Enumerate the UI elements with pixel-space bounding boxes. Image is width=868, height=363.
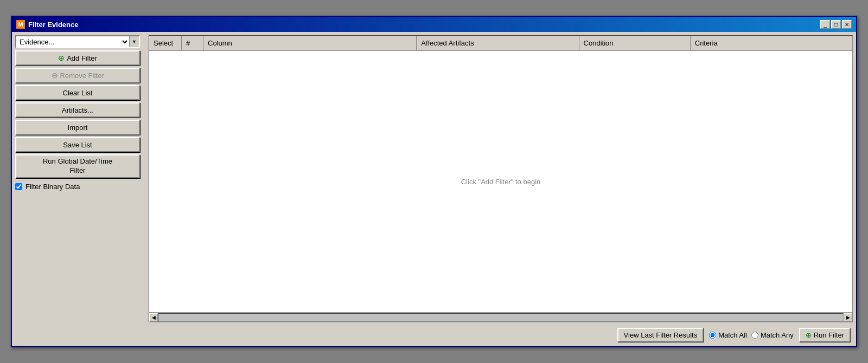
run-filter-icon: ⊕ — [806, 331, 812, 339]
minimize-button[interactable]: _ — [820, 20, 830, 29]
save-list-label: Save List — [63, 141, 92, 149]
window-body: Evidence... ▼ ⊕ Add Filter ⊖ Remove Filt… — [12, 32, 856, 346]
main-content: Evidence... ▼ ⊕ Add Filter ⊖ Remove Filt… — [15, 35, 853, 322]
maximize-button[interactable]: □ — [831, 20, 841, 29]
title-bar-left: M Filter Evidence — [16, 20, 78, 29]
title-bar: M Filter Evidence _ □ ✕ — [12, 17, 856, 32]
remove-filter-label: Remove Filter — [60, 72, 104, 80]
title-controls: _ □ ✕ — [820, 20, 852, 29]
match-any-radio[interactable] — [751, 332, 758, 339]
evidence-dropdown[interactable]: Evidence... — [16, 36, 129, 47]
run-filter-button[interactable]: ⊕ Run Filter — [799, 328, 851, 342]
table-empty-message: Click "Add Filter" to begin — [149, 51, 852, 312]
col-artifacts: Affected Artifacts — [417, 36, 579, 50]
view-last-filter-button[interactable]: View Last Filter Results — [617, 328, 704, 342]
col-condition: Condition — [579, 36, 691, 50]
match-any-label[interactable]: Match Any — [751, 331, 794, 339]
filter-binary-row: Filter Binary Data — [15, 183, 145, 191]
match-all-radio[interactable] — [709, 332, 716, 339]
evidence-dropdown-wrapper[interactable]: Evidence... ▼ — [15, 35, 140, 48]
filter-binary-label[interactable]: Filter Binary Data — [25, 183, 80, 191]
match-all-label[interactable]: Match All — [709, 331, 747, 339]
left-panel: Evidence... ▼ ⊕ Add Filter ⊖ Remove Filt… — [15, 35, 145, 322]
evidence-dropdown-arrow[interactable]: ▼ — [129, 36, 139, 47]
filter-table: Select # Column Affected Artifacts Condi… — [149, 35, 853, 322]
app-icon: M — [16, 20, 25, 29]
scroll-right-button[interactable]: ▶ — [844, 313, 852, 322]
col-select: Select — [149, 36, 182, 50]
artifacts-button[interactable]: Artifacts... — [15, 102, 140, 118]
table-header: Select # Column Affected Artifacts Condi… — [149, 36, 852, 51]
run-global-button[interactable]: Run Global Date/Time Filter — [15, 154, 140, 178]
add-filter-icon: ⊕ — [58, 54, 65, 62]
close-button[interactable]: ✕ — [842, 20, 852, 29]
match-radio-group: Match All Match Any — [709, 331, 793, 339]
save-list-button[interactable]: Save List — [15, 137, 140, 152]
artifacts-label: Artifacts... — [62, 106, 93, 114]
import-button[interactable]: Import — [15, 120, 140, 135]
scroll-left-button[interactable]: ◀ — [149, 313, 158, 322]
col-num: # — [182, 36, 203, 50]
filter-evidence-window: M Filter Evidence _ □ ✕ Evidence... ▼ — [11, 16, 857, 347]
col-column: Column — [203, 36, 417, 50]
filter-binary-checkbox[interactable] — [15, 183, 22, 190]
add-filter-button[interactable]: ⊕ Add Filter — [15, 50, 140, 66]
clear-list-label: Clear List — [63, 89, 93, 97]
remove-filter-button[interactable]: ⊖ Remove Filter — [15, 68, 140, 83]
import-label: Import — [68, 124, 88, 132]
window-title: Filter Evidence — [28, 21, 78, 29]
add-filter-label: Add Filter — [67, 54, 97, 62]
footer-bar: View Last Filter Results Match All Match… — [15, 325, 853, 343]
view-last-filter-label: View Last Filter Results — [624, 331, 698, 339]
scroll-track[interactable] — [158, 313, 844, 322]
col-criteria: Criteria — [691, 36, 852, 50]
remove-filter-icon: ⊖ — [52, 71, 58, 80]
clear-list-button[interactable]: Clear List — [15, 85, 140, 100]
run-global-label: Run Global Date/Time Filter — [43, 157, 112, 176]
run-filter-label: Run Filter — [814, 331, 844, 339]
horizontal-scrollbar[interactable]: ◀ ▶ — [149, 312, 852, 322]
